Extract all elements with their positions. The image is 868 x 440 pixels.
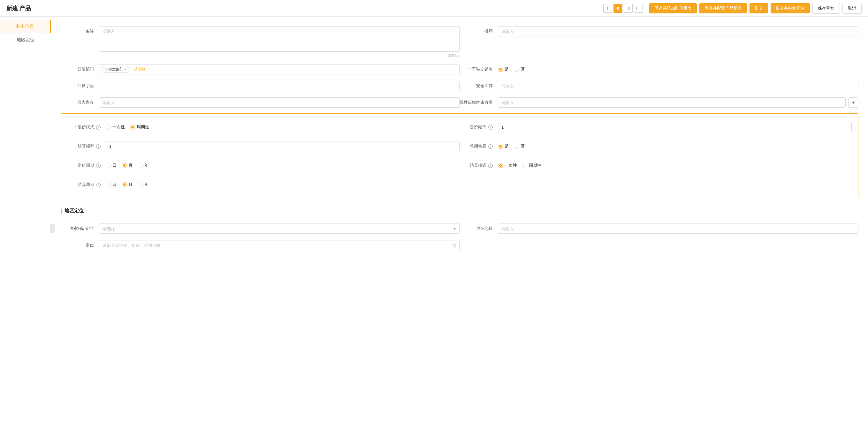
location-section-title: 地区定位 — [61, 208, 859, 214]
calc-field-input[interactable] — [99, 81, 460, 91]
safe-stock-input[interactable] — [498, 81, 859, 91]
save-add-price-button[interactable]: 保存并添加到价目表 — [649, 3, 697, 13]
submit-button[interactable]: 提交 — [749, 3, 768, 13]
can-sell-yes-radio[interactable] — [498, 67, 503, 72]
step-icons: I II III IIII — [603, 4, 643, 13]
remark-input[interactable] — [99, 26, 460, 52]
max-stock-row: 最大库存 — [61, 94, 460, 111]
pricing-mode-periodic-radio[interactable] — [130, 125, 135, 130]
cancel-button[interactable]: 取消 — [842, 3, 862, 14]
max-stock-label: 最大库存 — [61, 97, 99, 107]
settle-cycle-month[interactable]: 月 — [122, 180, 132, 190]
price-cycle-month[interactable]: 月 — [122, 160, 132, 170]
locate-input[interactable] — [99, 240, 460, 250]
dept-field: 研发部门 × + 请选择 — [99, 64, 460, 74]
attr-constraint-input[interactable] — [498, 97, 846, 107]
settle-cycle-help-icon[interactable]: ? — [96, 183, 101, 187]
settle-cycle-day-radio[interactable] — [106, 182, 111, 187]
settle-mode-radio-group: 一次性 周期性 — [498, 160, 852, 170]
settle-cycle-month-radio[interactable] — [122, 182, 127, 187]
sidebar-item-location[interactable]: 地区定位 — [0, 33, 51, 46]
safe-stock-label: 安全库存 — [460, 81, 498, 91]
settle-mode-periodic[interactable]: 周期性 — [522, 160, 541, 170]
pricing-freq-label: 定价频率 ? — [460, 122, 498, 132]
dept-tag: 研发部门 × — [102, 66, 129, 73]
address-input[interactable] — [498, 223, 859, 234]
max-stock-input[interactable] — [99, 97, 460, 107]
settle-cycle-field: 日 月 年 — [106, 180, 460, 190]
pricing-grid: 定价模式 ? 一次性 — [67, 119, 852, 193]
remark-row: 备注 0/2000 — [61, 23, 460, 61]
settle-cycle-day[interactable]: 日 — [106, 180, 117, 190]
price-cycle-field: 日 月 年 — [106, 160, 460, 170]
content-layout: 基本信息 地区定位 ‹ 备注 0/2000 — [0, 17, 868, 440]
pricing-mode-once-radio[interactable] — [106, 125, 111, 130]
price-cycle-help-icon[interactable]: ? — [96, 163, 101, 168]
pricing-mode-help-icon[interactable]: ? — [96, 125, 101, 130]
periodic-sell-no-radio[interactable] — [514, 144, 519, 149]
calc-field-label: 计算字段 — [61, 81, 99, 91]
pricing-freq-help-icon[interactable]: ? — [488, 125, 493, 130]
region-select-wrapper: 请选择 — [99, 223, 460, 234]
can-sell-no-radio[interactable] — [514, 67, 519, 72]
region-select[interactable]: 请选择 — [99, 223, 460, 234]
settle-mode-periodic-radio[interactable] — [522, 163, 527, 168]
periodic-sell-no[interactable]: 否 — [514, 141, 525, 151]
periodic-sell-yes[interactable]: 是 — [498, 141, 509, 151]
address-field — [498, 223, 859, 234]
settle-freq-row: 结算频率 ? — [67, 138, 460, 155]
dept-tag-input[interactable]: 研发部门 × + 请选择 — [99, 64, 460, 74]
pricing-mode-periodic[interactable]: 周期性 — [130, 122, 149, 132]
calc-field-row: 计算字段 — [61, 77, 460, 94]
save-draft-button[interactable]: 保存草稿 — [812, 3, 840, 14]
attr-constraint-field: + — [498, 97, 859, 107]
basic-info-section: 备注 0/2000 排序 — [61, 23, 859, 198]
pricing-mode-once[interactable]: 一次性 — [106, 122, 125, 132]
submit-new-button[interactable]: 提交并继续新建 — [771, 3, 810, 13]
max-stock-field — [99, 97, 460, 107]
sort-input[interactable] — [498, 26, 859, 36]
settle-mode-field: 一次性 周期性 — [498, 160, 852, 170]
can-sell-radio-group: 是 否 — [498, 64, 859, 74]
sidebar-toggle[interactable]: ‹ — [50, 224, 55, 233]
step-icon-4[interactable]: IIII — [634, 4, 643, 13]
periodic-sell-label: 整期售卖 ? — [460, 141, 498, 151]
remark-count: 0/2000 — [99, 53, 460, 58]
location-grid: 国家/省/市/区 请选择 详细地址 — [61, 220, 859, 254]
dept-add[interactable]: + 请选择 — [131, 67, 145, 72]
settle-cycle-radio-group: 日 月 年 — [106, 180, 460, 190]
price-cycle-month-radio[interactable] — [122, 163, 127, 168]
sidebar-item-basic[interactable]: 基本信息 — [0, 20, 51, 33]
step-icon-3[interactable]: III — [624, 4, 633, 13]
periodic-sell-row: 整期售卖 ? 是 — [460, 138, 852, 155]
periodic-sell-help-icon[interactable]: ? — [488, 144, 493, 149]
settle-cycle-year-radio[interactable] — [137, 182, 143, 187]
calc-field-field — [99, 81, 460, 91]
settle-mode-row: 结算模式 ? 一次性 — [460, 157, 852, 174]
settle-freq-input[interactable] — [106, 141, 460, 151]
settle-freq-help-icon[interactable]: ? — [96, 144, 101, 149]
address-label: 详细地址 — [460, 223, 498, 234]
save-config-button[interactable]: 保存并配置产品组合 — [700, 3, 747, 13]
periodic-sell-yes-radio[interactable] — [498, 144, 503, 149]
settle-mode-help-icon[interactable]: ? — [488, 163, 493, 168]
sort-row: 排序 — [460, 23, 859, 61]
attr-constraint-plus-button[interactable]: + — [848, 97, 859, 107]
settle-mode-once[interactable]: 一次性 — [498, 160, 517, 170]
locate-icon[interactable]: ◎ — [453, 243, 456, 248]
price-cycle-day[interactable]: 日 — [106, 160, 117, 170]
step-icon-1[interactable]: I — [603, 4, 612, 13]
step-icon-2[interactable]: II — [614, 4, 622, 13]
price-cycle-year-radio[interactable] — [137, 163, 143, 168]
can-sell-yes[interactable]: 是 — [498, 64, 509, 74]
can-sell-no[interactable]: 否 — [514, 64, 525, 74]
price-cycle-year[interactable]: 年 — [137, 160, 149, 170]
safe-stock-field — [498, 81, 859, 91]
pricing-mode-label: 定价模式 ? — [67, 122, 106, 132]
tag-close-icon[interactable]: × — [125, 67, 126, 71]
settle-mode-once-radio[interactable] — [498, 163, 503, 168]
price-cycle-day-radio[interactable] — [106, 163, 111, 168]
pricing-freq-input[interactable] — [498, 122, 852, 132]
settle-cycle-year[interactable]: 年 — [137, 180, 149, 190]
remark-label: 备注 — [61, 26, 99, 36]
